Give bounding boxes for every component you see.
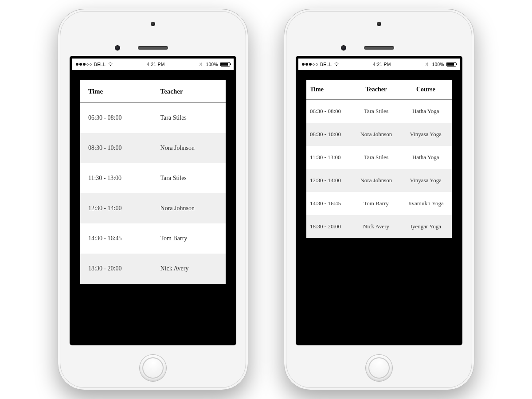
table-row[interactable]: 08:30 - 10:00 Nora Johnson	[80, 133, 226, 163]
schedule-table: Time Teacher 06:30 - 08:00 Tara Stiles	[80, 80, 226, 284]
cell-time: 08:30 - 10:00	[306, 123, 352, 146]
cell-time: 11:30 - 13:00	[80, 163, 153, 193]
cell-teacher: Tom Barry	[352, 192, 399, 215]
app-content: Time Teacher Course 06:30 - 08:00 Tara S…	[298, 70, 460, 343]
battery-icon	[220, 62, 230, 66]
proximity-sensor	[151, 22, 155, 26]
cell-time: 12:30 - 14:00	[306, 169, 352, 192]
home-button[interactable]	[365, 354, 393, 382]
earpiece-speaker	[364, 46, 394, 50]
col-teacher: Teacher	[352, 80, 399, 100]
cell-teacher: Nick Avery	[352, 215, 399, 238]
cell-teacher: Tara Stiles	[153, 103, 226, 133]
table-row[interactable]: 18:30 - 20:00 Nick Avery	[80, 254, 226, 284]
signal-dots-icon	[302, 63, 318, 66]
cell-teacher: Nora Johnson	[153, 133, 226, 163]
cell-time: 06:30 - 08:00	[306, 100, 352, 123]
cell-time: 08:30 - 10:00	[80, 133, 153, 163]
col-time: Time	[306, 80, 352, 100]
cell-teacher: Tara Stiles	[153, 163, 226, 193]
table-header-row: Time Teacher Course	[306, 80, 452, 100]
battery-pct: 100%	[206, 62, 218, 67]
cell-course: Hatha Yoga	[400, 146, 452, 169]
cell-teacher: Tara Stiles	[352, 146, 399, 169]
carrier-label: BELL	[320, 62, 332, 67]
bluetooth-icon	[198, 62, 203, 67]
col-time: Time	[80, 80, 153, 103]
table-row[interactable]: 12:30 - 14:00 Nora Johnson Vinyasa Yoga	[306, 169, 452, 192]
earpiece-speaker	[138, 46, 168, 50]
status-time: 4:21 PM	[373, 62, 391, 67]
cell-time: 14:30 - 16:45	[306, 192, 352, 215]
cell-time: 06:30 - 08:00	[80, 103, 153, 133]
cell-course: Vinyasa Yoga	[400, 123, 452, 146]
carrier-label: BELL	[94, 62, 106, 67]
wifi-icon	[108, 62, 113, 67]
cell-teacher: Nora Johnson	[352, 169, 399, 192]
cell-time: 12:30 - 14:00	[80, 193, 153, 223]
col-teacher: Teacher	[153, 80, 226, 103]
phone-top-hardware	[284, 9, 474, 56]
wifi-icon	[334, 62, 339, 67]
front-camera	[115, 45, 120, 51]
cell-time: 18:30 - 20:00	[80, 254, 153, 284]
cell-time: 14:30 - 16:45	[80, 223, 153, 254]
table-row[interactable]: 11:30 - 13:00 Tara Stiles	[80, 163, 226, 193]
bluetooth-icon	[424, 62, 430, 67]
table-row[interactable]: 14:30 - 16:45 Tom Barry	[80, 223, 226, 254]
status-time: 4:21 PM	[147, 62, 165, 67]
table-row[interactable]: 08:30 - 10:00 Nora Johnson Vinyasa Yoga	[306, 123, 452, 146]
table-row[interactable]: 06:30 - 08:00 Tara Stiles Hatha Yoga	[306, 100, 452, 123]
cell-course: Jivamukti Yoga	[400, 192, 452, 215]
phone-top-hardware	[58, 9, 248, 56]
signal-dots-icon	[76, 63, 92, 66]
status-bar: BELL 4:21 PM 100%	[72, 59, 234, 70]
cell-time: 18:30 - 20:00	[306, 215, 352, 238]
cell-teacher: Tom Barry	[153, 223, 226, 254]
schedule-table-card: Time Teacher Course 06:30 - 08:00 Tara S…	[306, 80, 452, 238]
battery-pct: 100%	[432, 62, 444, 67]
cell-teacher: Nora Johnson	[352, 123, 399, 146]
table-row[interactable]: 18:30 - 20:00 Nick Avery Iyengar Yoga	[306, 215, 452, 238]
table-row[interactable]: 11:30 - 13:00 Tara Stiles Hatha Yoga	[306, 146, 452, 169]
cell-course: Iyengar Yoga	[400, 215, 452, 238]
cell-teacher: Nick Avery	[153, 254, 226, 284]
table-row[interactable]: 14:30 - 16:45 Tom Barry Jivamukti Yoga	[306, 192, 452, 215]
proximity-sensor	[377, 22, 381, 26]
schedule-table: Time Teacher Course 06:30 - 08:00 Tara S…	[306, 80, 452, 238]
status-bar: BELL 4:21 PM 100%	[298, 59, 460, 70]
table-header-row: Time Teacher	[80, 80, 226, 103]
battery-icon	[446, 62, 456, 66]
cell-time: 11:30 - 13:00	[306, 146, 352, 169]
schedule-table-card: Time Teacher 06:30 - 08:00 Tara Stiles	[80, 80, 226, 284]
table-row[interactable]: 06:30 - 08:00 Tara Stiles	[80, 103, 226, 133]
cell-course: Vinyasa Yoga	[400, 169, 452, 192]
app-content: Time Teacher 06:30 - 08:00 Tara Stiles	[72, 70, 234, 343]
cell-course: Hatha Yoga	[400, 100, 452, 123]
table-row[interactable]: 12:30 - 14:00 Nora Johnson	[80, 193, 226, 223]
phone-mockup-right: BELL 4:21 PM 100%	[284, 9, 474, 390]
col-course: Course	[400, 80, 452, 100]
home-button[interactable]	[139, 354, 167, 382]
phone-mockup-left: BELL 4:21 PM 100%	[58, 9, 248, 390]
front-camera	[341, 45, 346, 51]
cell-teacher: Nora Johnson	[153, 193, 226, 223]
cell-teacher: Tara Stiles	[352, 100, 399, 123]
